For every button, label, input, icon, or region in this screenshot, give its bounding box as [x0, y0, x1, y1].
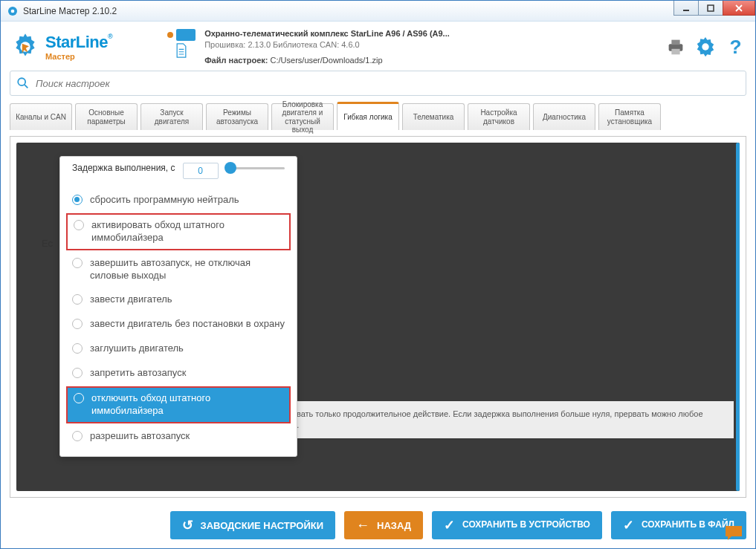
device-info: Охранно-телематический комплекс StarLine…: [167, 29, 654, 65]
print-icon[interactable]: [665, 36, 687, 58]
factory-reset-button[interactable]: ↺ЗАВОДСКИЕ НАСТРОЙКИ: [170, 511, 335, 539]
radio-icon: [72, 343, 83, 354]
gear-logo-icon: [10, 31, 41, 62]
header-row: StarLine® Мастер Охранно-телематический …: [10, 29, 746, 65]
reset-arrow-icon: ↺: [182, 519, 193, 532]
option-5[interactable]: заглушить двигатель: [60, 337, 297, 361]
save-to-device-button[interactable]: ✓СОХРАНИТЬ В УСТРОЙСТВО: [432, 511, 602, 539]
tab-sensors[interactable]: Настройка датчиков: [468, 103, 530, 130]
option-list: сбросить программную нейтральактивироват…: [60, 183, 297, 449]
back-arrow-icon: ←: [356, 519, 369, 532]
svg-point-8: [702, 43, 708, 50]
tab-telematics[interactable]: Телематика: [402, 103, 465, 130]
option-0[interactable]: сбросить программную нейтраль: [60, 188, 297, 212]
chat-icon[interactable]: [724, 524, 743, 541]
radio-icon: [72, 294, 83, 305]
radio-icon: [74, 220, 84, 230]
tab-engine-start[interactable]: Запуск двигателя: [140, 103, 203, 130]
window-title: StarLine Мастер 2.10.2: [23, 6, 117, 16]
search-input[interactable]: [36, 78, 740, 89]
option-6[interactable]: запретить автозапуск: [60, 361, 297, 386]
logo: StarLine® Мастер: [10, 31, 112, 62]
option-label: завести двигатель: [90, 293, 172, 306]
status-dot-icon: [167, 32, 173, 38]
option-label: отключить обход штатного иммобилайзера: [91, 392, 283, 418]
option-7[interactable]: отключить обход штатного иммобилайзера: [66, 386, 291, 423]
tab-engine-block[interactable]: Блокировка двигателя и статусный выход: [271, 103, 334, 130]
close-button[interactable]: [723, 1, 755, 16]
option-label: заглушить двигатель: [90, 342, 184, 355]
svg-rect-2: [683, 10, 689, 11]
file-settings-path: C:/Users/user/Downloads/1.zip: [271, 56, 383, 65]
minimize-button[interactable]: [673, 1, 699, 16]
option-4[interactable]: завести двигатель без постановки в охран…: [60, 312, 297, 337]
svg-rect-7: [671, 49, 679, 55]
radio-icon: [72, 258, 83, 268]
logo-subtitle: Мастер: [45, 52, 112, 61]
app-icon: [7, 5, 19, 17]
delay-label: Задержка выполнения, с: [72, 163, 175, 174]
tab-flex-logic[interactable]: Гибкая логика: [337, 102, 399, 130]
help-icon[interactable]: ?: [724, 36, 746, 58]
radio-icon: [72, 195, 83, 205]
svg-rect-3: [708, 5, 714, 11]
scrollbar[interactable]: [736, 143, 740, 491]
search-box[interactable]: [10, 71, 746, 96]
option-label: сбросить программную нейтраль: [90, 194, 239, 207]
search-icon: [16, 77, 30, 90]
partial-label: Ес: [42, 238, 53, 249]
check-icon: ✓: [623, 519, 634, 532]
radio-icon: [74, 393, 84, 403]
option-label: активировать обход штатного иммобилайзер…: [91, 219, 283, 244]
radio-icon: [72, 368, 83, 378]
logo-brand: StarLine®: [45, 33, 112, 52]
workspace: жно прервать только продолжительное дейс…: [10, 136, 746, 498]
radio-icon: [72, 431, 83, 441]
settings-gear-icon[interactable]: [694, 36, 717, 58]
options-popup: Задержка выполнения, с сбросить программ…: [59, 156, 297, 457]
radio-icon: [72, 319, 83, 329]
svg-point-10: [18, 78, 25, 85]
device-name: Охранно-телематический комплекс StarLine…: [204, 29, 450, 38]
tabs: Каналы и CAN Основные параметры Запуск д…: [10, 103, 746, 130]
option-label: завести двигатель без постановки в охран…: [90, 318, 285, 331]
bottom-buttons: ↺ЗАВОДСКИЕ НАСТРОЙКИ ←НАЗАД ✓СОХРАНИТЬ В…: [10, 504, 746, 539]
maximize-button[interactable]: [698, 1, 723, 16]
titlebar: StarLine Мастер 2.10.2: [1, 1, 755, 22]
tab-main-params[interactable]: Основные параметры: [75, 103, 138, 130]
svg-point-1: [11, 9, 15, 13]
slider-handle[interactable]: [224, 162, 236, 174]
option-3[interactable]: завести двигатель: [60, 288, 297, 312]
option-2[interactable]: завершить автозапуск, не отключая силовы…: [60, 251, 297, 288]
option-label: разрешить автозапуск: [90, 430, 190, 443]
option-label: запретить автозапуск: [90, 367, 186, 380]
info-text: жно прервать только продолжительное дейс…: [254, 401, 734, 438]
tab-diagnostics[interactable]: Диагностика: [533, 103, 595, 130]
svg-text:?: ?: [730, 36, 742, 58]
file-settings-label: Файл настроек:: [204, 56, 268, 65]
back-button[interactable]: ←НАЗАД: [344, 511, 423, 539]
svg-rect-6: [671, 40, 679, 45]
option-label: завершить автозапуск, не отключая силовы…: [90, 257, 285, 282]
device-badge-icon: [176, 29, 196, 41]
option-8[interactable]: разрешить автозапуск: [60, 424, 297, 449]
check-icon: ✓: [444, 519, 455, 532]
file-icon: [175, 43, 188, 58]
delay-slider[interactable]: [226, 167, 285, 169]
option-1[interactable]: активировать обход штатного иммобилайзер…: [66, 213, 291, 250]
delay-input[interactable]: [183, 163, 219, 179]
dark-panel: жно прервать только продолжительное дейс…: [16, 143, 740, 491]
tab-installer-memo[interactable]: Памятка установщика: [598, 103, 661, 130]
tab-autostart-modes[interactable]: Режимы автозапуска: [206, 103, 268, 130]
tab-channels-can[interactable]: Каналы и CAN: [10, 103, 72, 130]
app-window: StarLine Мастер 2.10.2 StarLine® Мастер: [0, 0, 756, 549]
device-firmware: Прошивка: 2.13.0 Библиотека CAN: 4.6.0: [204, 40, 450, 49]
